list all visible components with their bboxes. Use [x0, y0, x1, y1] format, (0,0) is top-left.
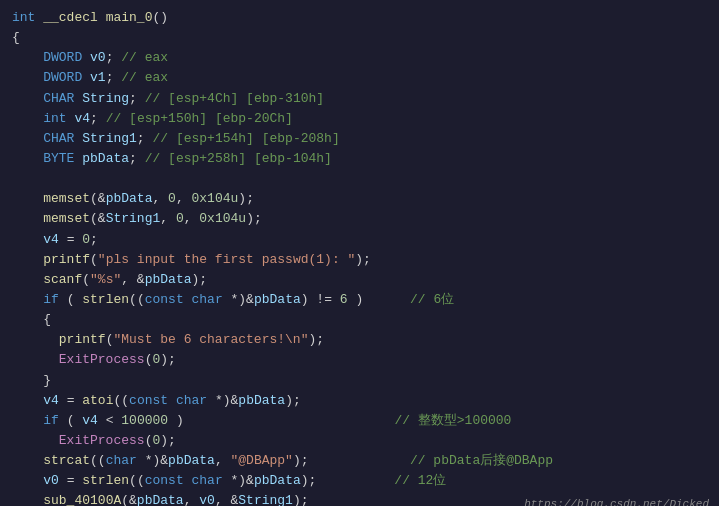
code-line-5: CHAR String; // [esp+4Ch] [ebp-310h]	[12, 89, 707, 109]
watermark: https://blog.csdn.net/Dicked	[524, 496, 709, 506]
code-line-20: v4 = atoi((const char *)&pbData);	[12, 391, 707, 411]
code-line-7: CHAR String1; // [esp+154h] [ebp-208h]	[12, 129, 707, 149]
code-line-3: DWORD v0; // eax	[12, 48, 707, 68]
code-line-9	[12, 169, 707, 189]
code-line-10: memset(&pbData, 0, 0x104u);	[12, 189, 707, 209]
code-line-6: int v4; // [esp+150h] [ebp-20Ch]	[12, 109, 707, 129]
code-editor: int __cdecl main_0() { DWORD v0; // eax …	[0, 0, 719, 506]
code-line-23: strcat((char *)&pbData, "@DBApp"); // pb…	[12, 451, 707, 471]
code-line-24: v0 = strlen((const char *)&pbData); // 1…	[12, 471, 707, 491]
code-line-17: printf("Must be 6 characters!\n");	[12, 330, 707, 350]
code-line-8: BYTE pbData; // [esp+258h] [ebp-104h]	[12, 149, 707, 169]
code-line-22: ExitProcess(0);	[12, 431, 707, 451]
code-line-1: int __cdecl main_0()	[12, 8, 707, 28]
code-line-11: memset(&String1, 0, 0x104u);	[12, 209, 707, 229]
code-line-15: if ( strlen((const char *)&pbData) != 6 …	[12, 290, 707, 310]
code-line-4: DWORD v1; // eax	[12, 68, 707, 88]
code-line-19: }	[12, 371, 707, 391]
code-line-13: printf("pls input the first passwd(1): "…	[12, 250, 707, 270]
code-line-14: scanf("%s", &pbData);	[12, 270, 707, 290]
code-line-16: {	[12, 310, 707, 330]
code-line-12: v4 = 0;	[12, 230, 707, 250]
code-line-21: if ( v4 < 100000 ) // 整数型>100000	[12, 411, 707, 431]
code-line-18: ExitProcess(0);	[12, 350, 707, 370]
code-line-2: {	[12, 28, 707, 48]
